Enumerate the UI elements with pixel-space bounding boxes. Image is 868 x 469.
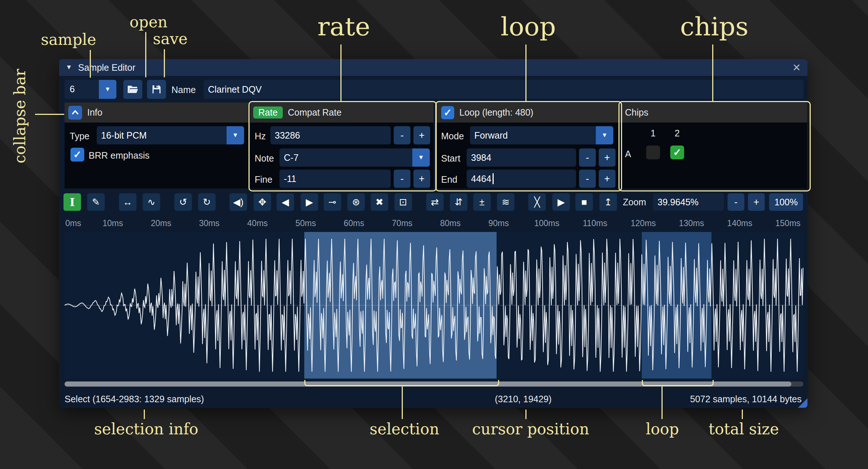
rate-badge[interactable]: Rate	[253, 106, 283, 119]
hz-increment-button[interactable]: +	[413, 126, 430, 144]
chip-2-checkbox[interactable]: ✓	[670, 146, 684, 159]
loop-start-increment-button[interactable]: +	[599, 148, 616, 167]
info-panel: Info Type 16-bit PCM ▼ ✓ BRR emphasis	[65, 102, 249, 189]
info-header-bar: Info	[65, 102, 249, 123]
loop-panel: ✓ Loop (length: 480) Mode Forward ▼ Star…	[437, 102, 618, 189]
dropdown-arrow-icon[interactable]: ▼	[99, 80, 116, 99]
fine-increment-button[interactable]: +	[413, 170, 430, 188]
sample-name-input[interactable]: Clarinet DQV	[204, 80, 803, 99]
fade-out-icon[interactable]: ▶	[301, 193, 318, 211]
open-button[interactable]	[123, 80, 142, 99]
loop-header-bar: ✓ Loop (length: 480)	[437, 102, 618, 123]
zoom-input[interactable]: 39.9645%	[653, 193, 724, 211]
sign-invert-icon[interactable]: ±	[473, 193, 491, 211]
edit-draw-icon[interactable]: ✎	[87, 193, 105, 211]
loop-start-decrement-button[interactable]: -	[579, 148, 596, 167]
window-title: Sample Editor	[78, 62, 135, 73]
note-select[interactable]: C-7 ▼	[279, 148, 430, 167]
edit-select-icon[interactable]: I	[63, 193, 81, 211]
preview-icon[interactable]: ▶	[552, 193, 570, 211]
note-label: Note	[255, 153, 274, 164]
sample-type-select[interactable]: 16-bit PCM ▼	[97, 126, 244, 144]
annotation-loop: loop	[501, 12, 556, 42]
annotation-chips: chips	[680, 12, 748, 42]
sample-name-value: Clarinet DQV	[208, 84, 262, 95]
loop-start-input[interactable]: 3984	[467, 148, 576, 167]
statusbar: Select (1654-2983: 1329 samples) (3210, …	[59, 389, 807, 408]
time-label: 150ms	[775, 218, 801, 228]
name-label: Name	[171, 85, 196, 95]
dropdown-arrow-icon[interactable]: ▼	[412, 148, 430, 167]
resize-grip[interactable]	[798, 398, 807, 408]
sample-number-select[interactable]: 6 ▼	[65, 80, 116, 99]
annotation-line-selection-info	[144, 410, 145, 419]
trim-icon[interactable]: ⊡	[394, 193, 412, 211]
zoom-reset-button[interactable]: 100%	[769, 193, 803, 211]
selection-info-text: Select (1654-2983: 1329 samples)	[65, 394, 204, 404]
annotation-rate: rate	[317, 12, 370, 42]
chip-row-label: A	[625, 149, 631, 159]
chevron-up-icon	[71, 108, 80, 117]
check-icon: ✓	[444, 107, 452, 119]
loop-end-decrement-button[interactable]: -	[579, 170, 596, 188]
dropdown-arrow-icon[interactable]: ▼	[227, 126, 244, 144]
apply-silence-icon[interactable]: ⊛	[347, 193, 365, 211]
time-label: 120ms	[631, 218, 656, 228]
fine-decrement-button[interactable]: -	[394, 170, 410, 188]
invert-icon[interactable]: ⇵	[450, 193, 467, 211]
annotation-loop-bottom: loop	[646, 420, 679, 438]
resample-icon[interactable]: ∿	[143, 193, 160, 211]
reverse-icon[interactable]: ⇄	[426, 193, 444, 211]
chip-column-1-label: 1	[651, 128, 656, 139]
loop-start-value: 3984	[471, 152, 491, 163]
zoom-out-button[interactable]: -	[728, 193, 744, 211]
info-header-label: Info	[87, 107, 103, 118]
open-folder-icon	[127, 85, 139, 94]
chip-1-checkbox[interactable]	[646, 146, 660, 159]
delete-icon[interactable]: ✖	[371, 193, 388, 211]
scrollbar-handle[interactable]	[65, 381, 791, 387]
loop-end-increment-button[interactable]: +	[599, 170, 616, 188]
hz-input[interactable]: 33286	[270, 126, 391, 144]
stop-preview-icon[interactable]: ■	[575, 193, 593, 211]
make-wavetable-icon[interactable]: ↥	[599, 193, 617, 211]
save-floppy-icon	[151, 84, 162, 94]
crossfade-loop-icon[interactable]: ╳	[528, 193, 546, 211]
close-icon[interactable]: ✕	[792, 62, 801, 74]
annotation-line-total-size	[742, 410, 743, 419]
time-label: 30ms	[199, 218, 219, 228]
time-label: 20ms	[151, 218, 171, 228]
annotation-selection-info: selection info	[94, 420, 198, 438]
time-label: 50ms	[296, 218, 316, 228]
time-label: 80ms	[440, 218, 460, 228]
time-label: 130ms	[679, 218, 704, 228]
brr-emphasis-checkbox[interactable]: ✓	[70, 148, 84, 162]
collapse-section-button[interactable]	[68, 106, 82, 120]
normalize-icon[interactable]: ✥	[254, 193, 271, 211]
redo-icon[interactable]: ↻	[198, 193, 216, 211]
amplify-icon[interactable]: ◀)	[229, 193, 247, 211]
filter-icon[interactable]: ≋	[497, 193, 514, 211]
waveform-display[interactable]	[65, 232, 803, 379]
fade-in-icon[interactable]: ◀	[277, 193, 294, 211]
horizontal-scrollbar[interactable]	[65, 381, 803, 387]
annotation-collapse-bar: collapse bar	[11, 68, 29, 163]
loop-header-label: Loop (length: 480)	[459, 107, 533, 118]
undo-icon[interactable]: ↺	[174, 193, 192, 211]
annotation-line-cursor-position	[525, 410, 526, 419]
resize-icon[interactable]: ↔	[119, 193, 136, 211]
loop-start-label: Start	[441, 153, 460, 164]
loop-mode-value: Forward	[474, 130, 508, 141]
save-button[interactable]	[147, 80, 166, 99]
window-collapse-icon[interactable]: ▼	[66, 63, 72, 71]
loop-enable-checkbox[interactable]: ✓	[441, 106, 454, 119]
loop-mode-select[interactable]: Forward ▼	[470, 126, 613, 144]
zoom-in-button[interactable]: +	[748, 193, 765, 211]
hz-decrement-button[interactable]: -	[394, 126, 410, 144]
chips-header-label: Chips	[625, 107, 648, 118]
loop-end-input[interactable]: 4464	[467, 170, 576, 188]
insert-silence-icon[interactable]: ⊸	[324, 193, 341, 211]
dropdown-arrow-icon[interactable]: ▼	[596, 126, 613, 144]
desktop-background: ▼ Sample Editor ✕ 6 ▼ Name Clarinet DQ	[0, 0, 868, 469]
fine-input[interactable]: -11	[279, 170, 391, 188]
